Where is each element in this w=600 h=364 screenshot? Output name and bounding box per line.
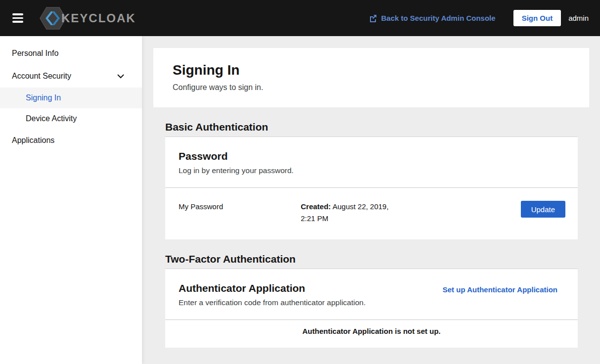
username-label: admin <box>568 14 589 22</box>
password-card: Password Log in by entering your passwor… <box>165 137 578 239</box>
hamburger-icon <box>12 21 23 23</box>
sidebar-item-label: Applications <box>12 136 54 145</box>
card-title: Password <box>179 150 557 162</box>
sidebar-item-account-security[interactable]: Account Security <box>0 65 142 88</box>
section-heading: Two-Factor Authentication <box>165 253 578 265</box>
empty-state-text: Authenticator Application is not set up. <box>302 327 440 335</box>
sidebar-nav: Personal Info Account Security Signing I… <box>0 36 142 364</box>
sidebar-item-label: Personal Info <box>12 49 58 58</box>
sidebar-item-device-activity[interactable]: Device Activity <box>0 108 142 129</box>
page-header-card: Signing In Configure ways to sign in. <box>153 48 589 107</box>
hamburger-icon <box>12 13 23 15</box>
authenticator-card-header: Authenticator Application Set up Authent… <box>165 269 578 319</box>
section-basic-authentication: Basic Authentication Password Log in by … <box>165 121 578 239</box>
password-row-label: My Password <box>179 201 301 211</box>
card-title: Authenticator Application <box>179 282 305 294</box>
section-heading: Basic Authentication <box>165 121 578 133</box>
password-created-info: Created: August 22, 2019, 2:21 PM <box>301 201 395 225</box>
sidebar-item-signing-in[interactable]: Signing In <box>0 88 142 108</box>
hamburger-menu-button[interactable] <box>10 10 26 26</box>
sidebar-item-applications[interactable]: Applications <box>0 129 142 152</box>
authenticator-application-card: Authenticator Application Set up Authent… <box>165 269 578 348</box>
card-description: Enter a verification code from authentic… <box>179 298 557 307</box>
brand-text: KEYCLOAK <box>61 11 136 25</box>
back-link-label: Back to Security Admin Console <box>381 14 495 22</box>
external-link-icon <box>369 14 377 22</box>
back-to-admin-console-link[interactable]: Back to Security Admin Console <box>369 14 495 22</box>
password-card-header: Password Log in by entering your passwor… <box>165 137 578 187</box>
page-body: Personal Info Account Security Signing I… <box>0 36 600 364</box>
sidebar-nav-list: Personal Info Account Security Signing I… <box>0 42 142 152</box>
page-title: Signing In <box>173 62 570 78</box>
card-description: Log in by entering your password. <box>179 166 557 175</box>
sidebar-item-personal-info[interactable]: Personal Info <box>0 42 142 65</box>
authenticator-card-title-row: Authenticator Application Set up Authent… <box>179 282 557 294</box>
keycloak-logo: KEYCLOAK <box>39 6 136 30</box>
chevron-down-icon <box>117 74 124 79</box>
main-content: Signing In Configure ways to sign in. Ba… <box>142 36 600 364</box>
created-label: Created: <box>301 202 331 211</box>
authenticator-empty-state: Authenticator Application is not set up. <box>165 320 578 348</box>
masthead: KEYCLOAK Back to Security Admin Console … <box>0 0 600 36</box>
sidebar-item-label: Device Activity <box>26 114 77 123</box>
section-two-factor-authentication: Two-Factor Authentication Authenticator … <box>165 253 578 348</box>
sidebar-item-label: Signing In <box>26 93 61 102</box>
keycloak-account-console: KEYCLOAK Back to Security Admin Console … <box>0 0 600 364</box>
set-up-authenticator-link[interactable]: Set up Authenticator Application <box>443 282 557 294</box>
hamburger-icon <box>12 17 23 19</box>
update-password-button[interactable]: Update <box>521 201 565 218</box>
password-row: My Password Created: August 22, 2019, 2:… <box>165 188 578 239</box>
sidebar-item-label: Account Security <box>12 72 71 81</box>
sign-out-button[interactable]: Sign Out <box>513 10 561 26</box>
page-subtitle: Configure ways to sign in. <box>173 83 570 92</box>
